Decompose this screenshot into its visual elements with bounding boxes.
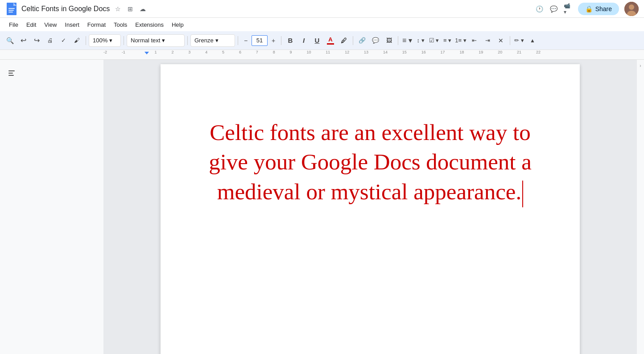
cloud-icon[interactable]: ☁ <box>138 4 147 13</box>
history-icon[interactable]: 🕐 <box>535 4 544 13</box>
zoom-dropdown[interactable]: 100% ▾ <box>89 34 121 47</box>
menu-insert[interactable]: Insert <box>61 20 83 30</box>
menu-help[interactable]: Help <box>168 20 187 30</box>
style-dropdown[interactable]: Normal text ▾ <box>127 34 185 47</box>
lock-icon: 🔒 <box>585 5 593 12</box>
star-icon[interactable]: ☆ <box>113 4 122 13</box>
text-color-indicator: A <box>327 36 334 45</box>
avatar[interactable] <box>624 2 639 16</box>
decrease-indent-button[interactable]: ⇤ <box>468 34 480 47</box>
undo-button[interactable]: ↩ <box>17 34 29 47</box>
folder-icon[interactable]: ⊞ <box>126 4 135 13</box>
style-value: Normal text <box>131 37 160 44</box>
outline-toggle[interactable] <box>0 65 103 83</box>
svg-rect-8 <box>8 70 15 71</box>
insert-comment-button[interactable]: 💬 <box>369 34 382 47</box>
font-value: Grenze <box>194 37 214 44</box>
doc-content-area[interactable]: Celtic fonts are an excellent way to giv… <box>196 118 544 207</box>
style-chevron: ▾ <box>162 37 165 44</box>
page-container[interactable]: Celtic fonts are an excellent way to giv… <box>103 60 637 354</box>
menu-bar: File Edit View Insert Format Tools Exten… <box>0 18 644 31</box>
align-button[interactable]: ≡ ▾ <box>401 34 413 47</box>
toolbar-sep-2 <box>124 36 124 45</box>
svg-rect-2 <box>8 8 15 9</box>
toolbar-sep-1 <box>86 36 86 45</box>
doc-icon <box>5 2 18 16</box>
zoom-chevron: ▾ <box>109 37 112 44</box>
toolbar-sep-3 <box>187 36 188 45</box>
numbered-list-button[interactable]: 1≡ ▾ <box>454 34 467 47</box>
title-bar: Celtic Fonts in Google Docs ☆ ⊞ ☁ 🕐 💬 📹 … <box>0 0 644 18</box>
svg-rect-3 <box>8 10 14 11</box>
clear-format-button[interactable]: ✕ <box>495 34 507 47</box>
checklist-button[interactable]: ☑ ▾ <box>428 34 440 47</box>
doc-title: Celtic Fonts in Google Docs <box>21 5 110 13</box>
italic-button[interactable]: I <box>297 34 310 47</box>
font-chevron: ▾ <box>215 37 219 44</box>
toolbar-sep-7 <box>398 36 398 45</box>
highlight-button[interactable]: 🖊 <box>338 34 350 47</box>
svg-point-6 <box>629 4 634 10</box>
menu-format[interactable]: Format <box>84 20 109 30</box>
title-icons: ☆ ⊞ ☁ <box>113 4 147 13</box>
collapse-toolbar-button[interactable]: ▲ <box>526 34 539 47</box>
menu-tools[interactable]: Tools <box>110 20 131 30</box>
text-color-button[interactable]: A <box>324 34 337 47</box>
collapse-right-panel-button[interactable]: › <box>640 63 641 68</box>
font-size-input[interactable] <box>252 35 268 46</box>
page[interactable]: Celtic fonts are an excellent way to giv… <box>161 64 580 354</box>
svg-rect-4 <box>8 12 13 12</box>
title-bar-right: 🕐 💬 📹 ▾ 🔒 Share <box>535 2 639 16</box>
ruler: -2 -1 1 2 3 4 5 6 7 8 9 10 11 12 13 14 1… <box>0 50 644 60</box>
text-cursor <box>522 181 523 207</box>
paint-format-button[interactable]: 🖌 <box>70 34 83 47</box>
font-dropdown[interactable]: Grenze ▾ <box>190 34 235 47</box>
search-button[interactable]: 🔍 <box>4 34 16 47</box>
toolbar: 🔍 ↩ ↪ 🖨 ✓ 🖌 100% ▾ Normal text ▾ Grenze … <box>0 31 644 50</box>
left-panel <box>0 60 103 354</box>
comment-icon[interactable]: 💬 <box>549 4 558 13</box>
toolbar-sep-6 <box>353 36 353 45</box>
decrease-font-size-button[interactable]: − <box>241 36 251 45</box>
menu-extensions[interactable]: Extensions <box>132 20 167 30</box>
font-size-area: − + <box>241 35 278 46</box>
menu-edit[interactable]: Edit <box>23 20 40 30</box>
share-label: Share <box>595 5 612 12</box>
insert-image-button[interactable]: 🖼 <box>383 34 395 47</box>
pencil-button[interactable]: ✏ ▾ <box>513 34 525 47</box>
bold-button[interactable]: B <box>284 34 297 47</box>
zoom-value: 100% <box>93 37 107 44</box>
underline-button[interactable]: U <box>311 34 323 47</box>
menu-view[interactable]: View <box>41 20 60 30</box>
toolbar-sep-4 <box>238 36 238 45</box>
svg-rect-9 <box>8 73 13 74</box>
meet-icon[interactable]: 📹 ▾ <box>564 4 573 13</box>
increase-indent-button[interactable]: ⇥ <box>481 34 494 47</box>
main-area: Celtic fonts are an excellent way to giv… <box>0 60 644 354</box>
toolbar-sep-5 <box>281 36 281 45</box>
increase-font-size-button[interactable]: + <box>268 36 278 45</box>
insert-link-button[interactable]: 🔗 <box>356 34 368 47</box>
line-spacing-button[interactable]: ↕ ▾ <box>414 34 427 47</box>
redo-button[interactable]: ↪ <box>30 34 43 47</box>
ruler-numbers: -2 -1 1 2 3 4 5 6 7 8 9 10 11 12 13 14 1… <box>0 50 644 55</box>
bullet-list-button[interactable]: ≡ ▾ <box>441 34 454 47</box>
toolbar-sep-8 <box>510 36 510 45</box>
print-button[interactable]: 🖨 <box>44 34 56 47</box>
share-button[interactable]: 🔒 Share <box>578 3 619 15</box>
ruler-tab-marker <box>144 52 149 54</box>
right-panel: › <box>637 60 644 354</box>
menu-file[interactable]: File <box>5 20 22 30</box>
spellcheck-button[interactable]: ✓ <box>57 34 70 47</box>
svg-rect-10 <box>8 75 14 76</box>
